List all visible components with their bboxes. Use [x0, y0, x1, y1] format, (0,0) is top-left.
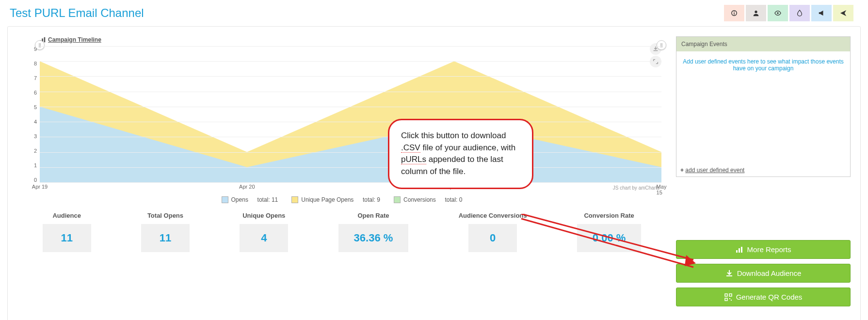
y-tick: 5 — [22, 104, 37, 110]
stat-label: Total Opens — [141, 212, 190, 219]
stat-tile: Total Opens11 — [141, 212, 190, 252]
svg-rect-10 — [741, 247, 742, 253]
grid-line — [40, 152, 661, 153]
svg-point-3 — [755, 11, 757, 13]
swatch-icon — [394, 196, 401, 203]
events-body: Add user defined events here to see what… — [676, 51, 850, 164]
stat-label: Audience Conversions — [459, 212, 527, 219]
page-title: Test PURL Email Channel — [10, 6, 144, 20]
callout-purls: pURLs — [401, 155, 426, 164]
range-slider-left[interactable]: || — [35, 40, 45, 50]
stat-tile: Audience Conversions0 — [459, 212, 527, 252]
legend-item[interactable]: Unique Page Opens total: 9 — [291, 196, 380, 203]
stat-value: 4 — [240, 224, 288, 252]
grid-line — [40, 76, 661, 77]
campaign-events-panel: Campaign Events Add user defined events … — [676, 36, 851, 177]
timeline-header[interactable]: Campaign Timeline — [39, 36, 101, 43]
stat-value: 11 — [141, 224, 190, 252]
legend-total: total: 0 — [445, 196, 462, 203]
bars-icon — [736, 246, 743, 254]
stat-tile: Conversion Rate0.00 % — [577, 212, 642, 252]
grid-line — [40, 61, 661, 62]
swatch-icon — [222, 196, 228, 203]
y-tick: 7 — [22, 75, 37, 81]
chart-legend: Opens total: 11 Unique Page Opens total:… — [17, 196, 666, 203]
x-tick: Apr 20 — [239, 184, 255, 190]
timeline-chart: 9876543210 || || Apr 19Apr 20Apr 27May 1… — [22, 46, 666, 192]
header-icon-bar — [724, 5, 853, 21]
x-tick: Apr 19 — [32, 184, 48, 190]
stat-value: 11 — [43, 224, 91, 252]
drop-icon[interactable] — [789, 5, 810, 21]
plus-icon: + — [680, 167, 685, 174]
stat-tile: Audience11 — [43, 212, 91, 252]
generate-qr-button[interactable]: Generate QR Codes — [676, 288, 851, 306]
qr-icon — [724, 293, 732, 301]
chart-credit: JS chart by amCharts — [613, 185, 659, 191]
legend-label: Opens — [231, 196, 248, 203]
y-tick: 1 — [22, 162, 37, 168]
stat-label: Open Rate — [338, 212, 409, 219]
legend-label: Unique Page Opens — [301, 196, 354, 203]
eye-icon[interactable] — [768, 5, 788, 21]
legend-item[interactable]: Conversions total: 0 — [394, 196, 462, 203]
grid-line — [40, 107, 661, 107]
stat-label: Audience — [43, 212, 91, 219]
button-label: Download Audience — [737, 269, 802, 277]
grid-line — [40, 137, 661, 137]
svg-rect-12 — [729, 294, 732, 296]
events-header: Campaign Events — [676, 37, 850, 51]
svg-rect-11 — [725, 294, 727, 296]
grid-line — [40, 92, 661, 92]
stat-value: 36.36 % — [338, 224, 409, 252]
y-tick: 6 — [22, 90, 37, 96]
info-icon[interactable] — [724, 5, 744, 21]
main-panel: Campaign Timeline 9876543210 || || Apr 1… — [7, 26, 861, 320]
timeline-title-text: Campaign Timeline — [48, 36, 101, 43]
svg-rect-15 — [731, 300, 732, 301]
send-icon[interactable] — [833, 5, 853, 21]
user-icon[interactable] — [746, 5, 766, 21]
svg-rect-8 — [736, 250, 738, 253]
callout-annotation: Click this button to download .CSV file … — [388, 119, 533, 189]
swatch-icon — [291, 196, 298, 203]
callout-text: Click this button to download — [401, 131, 506, 140]
y-axis: 9876543210 — [22, 46, 37, 183]
stat-tile: Open Rate36.36 % — [338, 212, 409, 252]
download-icon — [725, 270, 733, 277]
svg-rect-7 — [44, 37, 46, 43]
stat-value: 0 — [468, 224, 517, 252]
more-reports-button[interactable]: More Reports — [676, 240, 851, 259]
y-tick: 9 — [22, 46, 37, 52]
button-label: More Reports — [747, 245, 791, 254]
add-event-link[interactable]: add user defined event — [685, 167, 744, 174]
svg-point-4 — [777, 12, 779, 14]
callout-csv: .CSV — [401, 143, 420, 153]
legend-total: total: 9 — [363, 196, 380, 203]
svg-point-1 — [734, 12, 735, 13]
grid-line — [40, 46, 661, 47]
stat-tile: Unique Opens4 — [240, 212, 288, 252]
chart-plot-area: || || — [40, 46, 661, 183]
grid-line — [40, 167, 661, 168]
x-axis: Apr 19Apr 20Apr 27May 15 — [40, 184, 661, 192]
legend-total: total: 11 — [257, 196, 278, 203]
y-tick: 8 — [22, 61, 37, 66]
legend-item[interactable]: Opens total: 11 — [222, 196, 278, 203]
grid-line — [40, 122, 661, 122]
range-slider-right[interactable]: || — [657, 40, 666, 50]
bullhorn-icon[interactable] — [811, 5, 832, 21]
stat-label: Conversion Rate — [577, 212, 642, 219]
y-tick: 0 — [22, 177, 37, 183]
stat-value: 0.00 % — [577, 224, 642, 252]
stat-label: Unique Opens — [240, 212, 288, 219]
svg-rect-9 — [739, 248, 740, 253]
svg-rect-14 — [729, 298, 730, 299]
y-tick: 3 — [22, 133, 37, 139]
button-label: Generate QR Codes — [736, 293, 803, 301]
svg-rect-13 — [725, 298, 727, 301]
svg-rect-2 — [734, 13, 734, 15]
legend-label: Conversions — [403, 196, 436, 203]
download-audience-button[interactable]: Download Audience — [676, 264, 851, 283]
stats-row: Audience11Total Opens11Unique Opens4Open… — [17, 212, 666, 252]
